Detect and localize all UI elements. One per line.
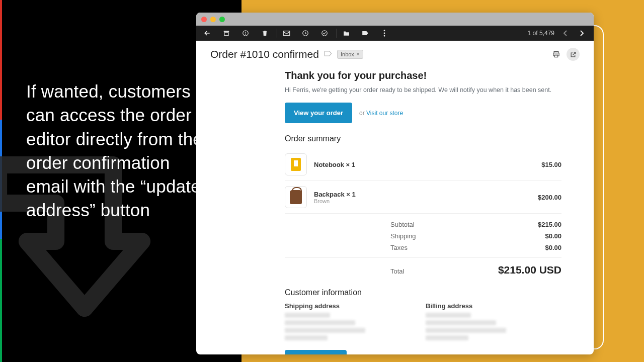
back-icon[interactable] [203, 29, 211, 37]
customer-info: Customer information Shipping address Bi… [285, 288, 561, 354]
email-subject: Order #1010 confirmed [210, 48, 319, 60]
next-icon[interactable] [577, 28, 587, 38]
total-value: $215.00 USD [498, 264, 561, 276]
svg-rect-1 [224, 33, 228, 36]
remove-label-icon[interactable]: × [356, 51, 360, 58]
svg-rect-5 [283, 31, 290, 36]
order-summary-heading: Order summary [285, 134, 561, 143]
item-thumbnail [285, 153, 307, 175]
email-content: Thank you for your purchase! Hi Ferris, … [285, 70, 561, 354]
billing-address-heading: Billing address [426, 302, 536, 310]
redacted-line [285, 320, 355, 325]
close-icon[interactable] [201, 17, 207, 22]
shipping-address-heading: Shipping address [285, 302, 395, 310]
svg-rect-3 [245, 32, 246, 34]
svg-point-10 [384, 35, 385, 37]
archive-icon[interactable] [222, 29, 230, 37]
item-price: $200.00 [538, 194, 561, 201]
print-icon[interactable] [549, 48, 562, 61]
delete-icon[interactable] [261, 29, 269, 37]
item-price: $15.00 [541, 161, 561, 168]
more-icon[interactable] [380, 29, 388, 37]
window-titlebar [196, 13, 594, 26]
task-icon[interactable] [320, 29, 329, 37]
label-outline-icon[interactable] [324, 50, 332, 59]
redacted-line [426, 313, 471, 318]
or-text: or Visit our store [359, 110, 403, 117]
move-icon[interactable] [342, 29, 350, 37]
order-item: Notebook × 1 $15.00 [285, 148, 561, 181]
inbox-label[interactable]: Inbox× [337, 50, 363, 59]
toolbar-separator [337, 29, 337, 38]
svg-point-9 [384, 33, 385, 34]
minimize-icon[interactable] [210, 17, 216, 22]
svg-point-7 [322, 31, 328, 36]
svg-rect-4 [245, 34, 246, 35]
email-toolbar: 1 of 5,479 [196, 26, 594, 41]
taxes-value: $0.00 [545, 244, 561, 251]
prev-icon[interactable] [560, 28, 571, 38]
redacted-line [426, 320, 496, 325]
redacted-line [285, 313, 330, 318]
redacted-line [426, 335, 468, 340]
item-variant: Brown [314, 198, 356, 204]
shipping-value: $0.00 [545, 232, 561, 240]
total-label: Total [390, 267, 404, 275]
shipping-label: Shipping [390, 232, 416, 240]
taxes-label: Taxes [390, 244, 408, 251]
subtotal-value: $215.00 [538, 221, 561, 228]
visit-store-link[interactable]: Visit our store [366, 110, 403, 117]
snooze-icon[interactable] [301, 29, 309, 37]
item-name: Backpack × 1 [314, 191, 356, 198]
caption-text: If wanted, customers can access the orde… [26, 79, 207, 222]
email-window: 1 of 5,479 Order #1010 confirmed Inbox× … [196, 13, 594, 354]
redacted-line [285, 335, 328, 340]
mark-unread-icon[interactable] [282, 29, 290, 37]
totals: Subtotal$215.00 Shipping$0.00 Taxes$0.00… [285, 219, 561, 276]
message-count: 1 of 5,479 [528, 30, 554, 37]
customer-info-heading: Customer information [285, 288, 561, 297]
subject-row: Order #1010 confirmed Inbox× [210, 48, 580, 61]
view-order-button[interactable]: View your order [285, 103, 352, 123]
svg-rect-0 [224, 31, 229, 32]
svg-point-8 [384, 30, 385, 31]
maximize-icon[interactable] [219, 17, 225, 22]
spam-icon[interactable] [242, 29, 250, 37]
toolbar-separator [277, 29, 277, 38]
subtotal-label: Subtotal [390, 221, 415, 228]
label-icon[interactable] [361, 29, 369, 37]
email-body: Order #1010 confirmed Inbox× Thank you f… [196, 41, 594, 354]
svg-rect-12 [553, 53, 558, 56]
shipping-address: Shipping address [285, 302, 395, 343]
open-new-window-icon[interactable] [567, 48, 580, 61]
redacted-line [285, 328, 365, 333]
billing-address: Billing address [426, 302, 536, 343]
thank-you-heading: Thank you for your purchase! [285, 70, 561, 81]
item-name: Notebook × 1 [314, 161, 355, 168]
update-address-button[interactable]: Update Address [285, 350, 347, 354]
order-item: Backpack × 1 Brown $200.00 [285, 181, 561, 214]
redacted-line [426, 328, 506, 333]
item-thumbnail [285, 186, 307, 208]
intro-text: Hi Ferris, we're getting your order read… [285, 85, 561, 95]
